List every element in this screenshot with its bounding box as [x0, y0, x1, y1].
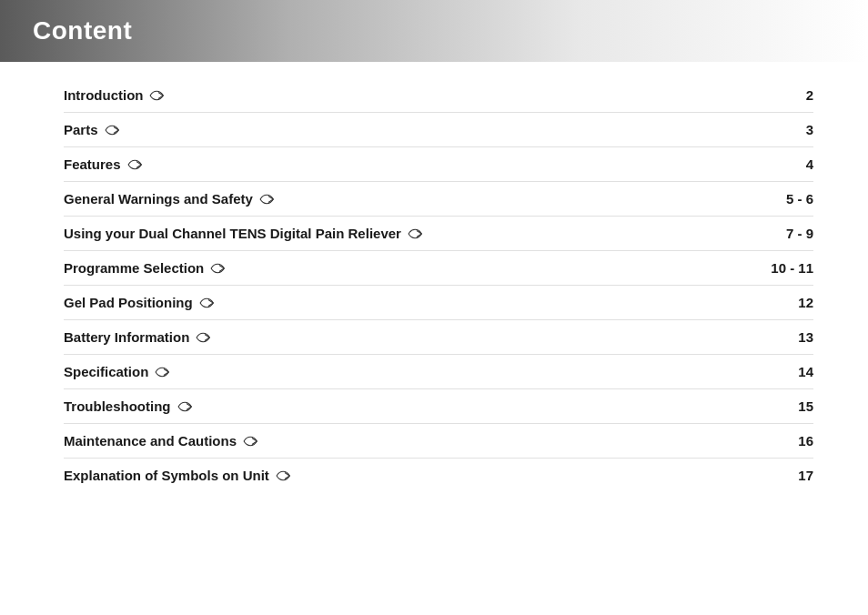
toc-row: Introduction 2: [64, 80, 813, 110]
chevron-right-icon: [148, 88, 168, 103]
toc-item-label: Programme Selection: [64, 260, 204, 276]
chevron-right-icon: [242, 434, 262, 449]
toc-divider: [64, 388, 813, 389]
toc-page-number: 17: [768, 468, 813, 483]
chevron-right-icon: [104, 123, 124, 137]
toc-row: Specification 14: [64, 357, 813, 387]
toc-divider: [64, 112, 813, 113]
toc-item-label: General Warnings and Safety: [64, 191, 253, 207]
toc-page-number: 14: [768, 364, 813, 379]
toc-item-label: Specification: [64, 364, 148, 379]
toc-page-number: 5 - 6: [768, 191, 813, 207]
toc-item-label: Using your Dual Channel TENS Digital Pai…: [64, 226, 401, 241]
toc-divider: [64, 181, 813, 182]
toc-row: Explanation of Symbols on Unit 17: [64, 460, 813, 490]
toc-page-number: 16: [768, 433, 813, 449]
toc-divider: [64, 250, 813, 251]
toc-item-label: Features: [64, 156, 121, 172]
toc-divider: [64, 458, 813, 459]
toc-page-number: 4: [768, 156, 813, 172]
toc-row: Battery Information 13: [64, 322, 813, 352]
chevron-right-icon: [209, 261, 229, 276]
chevron-right-icon: [177, 399, 197, 414]
toc-row: Features 4: [64, 149, 813, 179]
toc-item-label: Parts: [64, 122, 98, 137]
toc-item-label: Introduction: [64, 87, 143, 103]
page: Content Introduction 2Parts 3Features 4G…: [0, 0, 868, 615]
toc-item-label: Troubleshooting: [64, 398, 171, 414]
toc-row: Using your Dual Channel TENS Digital Pai…: [64, 218, 813, 248]
toc-divider: [64, 216, 813, 217]
toc-item-label: Battery Information: [64, 329, 189, 345]
toc-divider: [64, 146, 813, 147]
toc-row: Parts 3: [64, 115, 813, 145]
toc-page-number: 3: [768, 122, 813, 137]
toc-page-number: 7 - 9: [768, 226, 813, 241]
toc-item-label: Maintenance and Cautions: [64, 433, 237, 449]
header-banner: Content: [0, 0, 868, 62]
chevron-right-icon: [407, 227, 427, 241]
toc-divider: [64, 285, 813, 286]
chevron-right-icon: [195, 330, 215, 345]
chevron-right-icon: [275, 469, 295, 483]
toc-divider: [64, 319, 813, 320]
chevron-right-icon: [126, 157, 146, 172]
toc-page-number: 15: [768, 398, 813, 414]
chevron-right-icon: [154, 365, 174, 379]
toc-row: Troubleshooting 15: [64, 391, 813, 421]
toc-row: Gel Pad Positioning 12: [64, 287, 813, 318]
toc-page-number: 12: [768, 295, 813, 310]
toc-row: Programme Selection 10 - 11: [64, 253, 813, 283]
toc-item-label: Gel Pad Positioning: [64, 295, 193, 310]
toc-page-number: 10 - 11: [768, 260, 813, 276]
toc-row: Maintenance and Cautions 16: [64, 426, 813, 456]
chevron-right-icon: [258, 192, 278, 207]
content-area: Introduction 2Parts 3Features 4General W…: [0, 80, 868, 490]
toc-divider: [64, 354, 813, 355]
page-title: Content: [33, 16, 132, 45]
toc-row: General Warnings and Safety 5 - 6: [64, 184, 813, 214]
toc-item-label: Explanation of Symbols on Unit: [64, 468, 269, 483]
toc-page-number: 13: [768, 329, 813, 345]
toc-divider: [64, 423, 813, 424]
toc-page-number: 2: [768, 87, 813, 103]
chevron-right-icon: [198, 296, 218, 310]
